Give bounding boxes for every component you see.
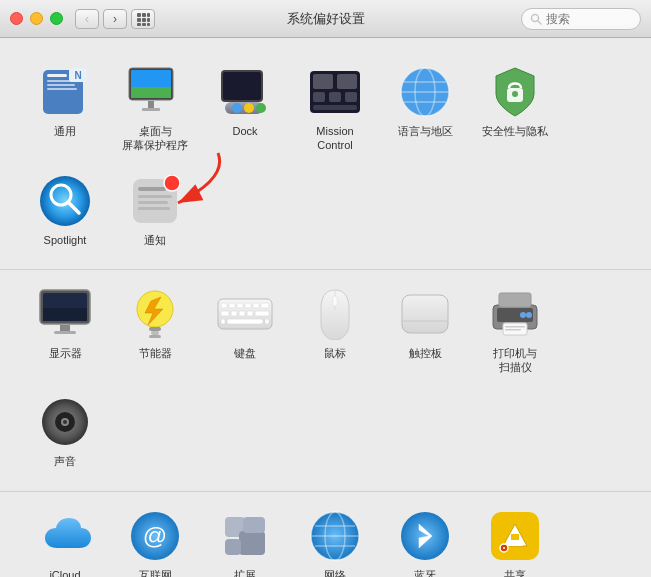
sidebar-item-network[interactable]: 网络 <box>290 502 380 577</box>
sidebar-item-mouse[interactable]: 鼠标 <box>290 280 380 381</box>
svg-point-93 <box>63 420 67 424</box>
sidebar-item-sound[interactable]: 声音 <box>20 388 110 474</box>
svg-rect-1 <box>142 13 146 17</box>
sidebar-item-trackpad[interactable]: 触控板 <box>380 280 470 381</box>
sidebar-item-notification[interactable]: 通知 <box>110 167 200 253</box>
svg-rect-87 <box>505 329 521 331</box>
trackpad-icon <box>400 293 450 335</box>
grid-button[interactable] <box>131 9 155 29</box>
sidebar-item-energy[interactable]: 节能器 <box>110 280 200 381</box>
sidebar-item-language[interactable]: 语言与地区 <box>380 58 470 159</box>
display-icon <box>38 288 92 340</box>
svg-rect-56 <box>43 308 87 321</box>
svg-rect-15 <box>47 84 75 86</box>
sidebar-item-display[interactable]: 显示器 <box>20 280 110 381</box>
svg-rect-31 <box>313 74 333 89</box>
svg-rect-57 <box>60 325 70 331</box>
bluetooth-label: 蓝牙 <box>414 568 436 577</box>
sidebar-item-desktop[interactable]: 桌面与屏幕保护程序 <box>110 58 200 159</box>
forward-button[interactable]: › <box>103 9 127 29</box>
svg-rect-36 <box>313 105 357 110</box>
sidebar-item-icloud[interactable]: iCloud <box>20 502 110 577</box>
svg-rect-23 <box>142 108 160 111</box>
search-input[interactable] <box>546 12 626 26</box>
desktop-icon <box>128 67 182 117</box>
mission-label: MissionControl <box>316 124 353 153</box>
icon-grid-2: 显示器 节能器 <box>20 280 631 475</box>
general-icon: N <box>41 66 89 118</box>
dock-label: Dock <box>232 124 257 138</box>
extensions-icon <box>219 511 271 561</box>
printer-label: 打印机与扫描仪 <box>493 346 537 375</box>
sound-icon <box>40 397 90 447</box>
network-icon <box>309 510 361 562</box>
sidebar-item-general[interactable]: N 通用 <box>20 58 110 159</box>
security-icon <box>492 66 538 118</box>
svg-rect-99 <box>243 517 265 533</box>
icon-grid-1: N 通用 桌面与屏幕保护程序 <box>20 58 631 253</box>
svg-rect-74 <box>255 311 269 316</box>
sidebar-item-sharing[interactable]: 共享 <box>470 502 560 577</box>
back-button[interactable]: ‹ <box>75 9 99 29</box>
notification-label: 通知 <box>144 233 166 247</box>
svg-rect-13 <box>47 74 67 77</box>
svg-point-53 <box>164 175 180 191</box>
security-label: 安全性与隐私 <box>482 124 548 138</box>
svg-point-89 <box>520 312 526 318</box>
svg-rect-76 <box>221 319 225 324</box>
svg-rect-73 <box>247 311 253 316</box>
svg-rect-22 <box>148 101 154 108</box>
sidebar-item-mission[interactable]: MissionControl <box>290 58 380 159</box>
svg-rect-77 <box>265 319 269 324</box>
svg-rect-98 <box>225 539 241 555</box>
svg-rect-61 <box>151 331 159 335</box>
energy-label: 节能器 <box>139 346 172 360</box>
svg-rect-66 <box>237 303 243 308</box>
svg-rect-64 <box>221 303 227 308</box>
internet-label: 互联网帐户 <box>139 568 172 577</box>
minimize-button[interactable] <box>30 12 43 25</box>
svg-rect-60 <box>149 327 161 331</box>
svg-rect-33 <box>313 92 325 102</box>
svg-rect-71 <box>231 311 237 316</box>
svg-rect-80 <box>402 295 448 333</box>
svg-rect-70 <box>221 311 229 316</box>
svg-point-44 <box>512 91 518 97</box>
traffic-lights <box>10 12 63 25</box>
sidebar-item-internet[interactable]: @ 互联网帐户 <box>110 502 200 577</box>
svg-rect-69 <box>261 303 269 308</box>
sidebar-item-security[interactable]: 安全性与隐私 <box>470 58 560 159</box>
maximize-button[interactable] <box>50 12 63 25</box>
network-label: 网络 <box>324 568 346 577</box>
sidebar-item-spotlight[interactable]: Spotlight <box>20 167 110 253</box>
notification-icon <box>130 175 180 227</box>
display-label: 显示器 <box>49 346 82 360</box>
spotlight-icon <box>39 175 91 227</box>
svg-rect-65 <box>229 303 235 308</box>
svg-rect-52 <box>138 207 170 210</box>
sidebar-item-keyboard[interactable]: 键盘 <box>200 280 290 381</box>
sidebar-item-printer[interactable]: 打印机与扫描仪 <box>470 280 560 381</box>
svg-point-45 <box>40 176 90 226</box>
sidebar-item-bluetooth[interactable]: 蓝牙 <box>380 502 470 577</box>
close-button[interactable] <box>10 12 23 25</box>
main-content: N 通用 桌面与屏幕保护程序 <box>0 38 651 577</box>
svg-rect-97 <box>239 531 265 555</box>
sharing-label: 共享 <box>504 568 526 577</box>
energy-icon <box>133 287 177 341</box>
search-box[interactable] <box>521 8 641 30</box>
svg-rect-5 <box>147 18 150 22</box>
dock-icon <box>219 68 271 116</box>
section-internet: iCloud @ 互联网帐户 <box>0 492 651 577</box>
svg-line-10 <box>538 20 542 24</box>
svg-rect-34 <box>329 92 341 102</box>
svg-rect-84 <box>499 293 531 307</box>
sidebar-item-dock[interactable]: Dock <box>200 58 290 159</box>
section-personal: N 通用 桌面与屏幕保护程序 <box>0 48 651 270</box>
trackpad-label: 触控板 <box>409 346 442 360</box>
svg-rect-58 <box>54 331 76 334</box>
svg-rect-3 <box>137 18 141 22</box>
sidebar-item-extensions[interactable]: 扩展 <box>200 502 290 577</box>
svg-rect-49 <box>138 187 166 191</box>
sound-label: 声音 <box>54 454 76 468</box>
